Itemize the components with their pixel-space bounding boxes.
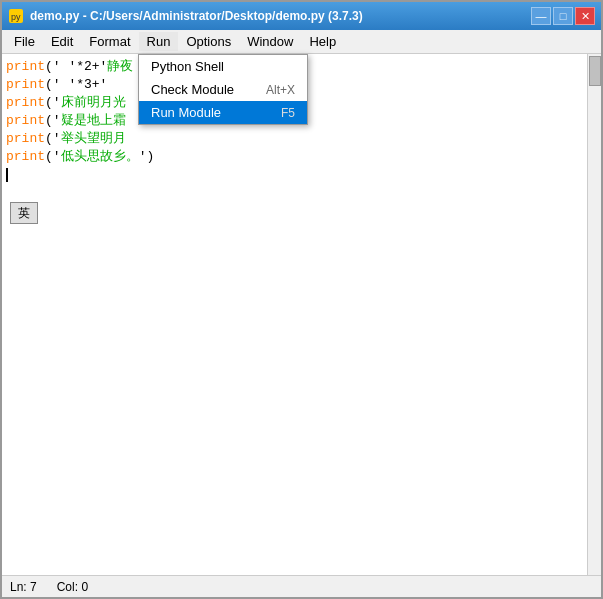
check-module-shortcut: Alt+X: [266, 83, 295, 97]
menu-edit[interactable]: Edit: [43, 32, 81, 51]
editor-area[interactable]: print(' '*2+'静夜 print(' '*3+' print('床前明…: [2, 54, 601, 575]
run-module-label: Run Module: [151, 105, 221, 120]
status-line: Ln: 7: [10, 580, 37, 594]
maximize-button[interactable]: □: [553, 7, 573, 25]
scrollbar-thumb[interactable]: [589, 56, 601, 86]
menu-run[interactable]: Run: [139, 32, 179, 51]
title-buttons: — □ ✕: [531, 7, 595, 25]
ime-label: 英: [18, 205, 30, 222]
code-line-6: print('低头思故乡。'): [6, 148, 597, 166]
app-icon: py: [8, 8, 24, 24]
dropdown-check-module[interactable]: Check Module Alt+X: [139, 78, 307, 101]
code-line-5: print('举头望明月: [6, 130, 597, 148]
menu-format[interactable]: Format: [81, 32, 138, 51]
status-col: Col: 0: [57, 580, 88, 594]
code-line-7: [6, 166, 597, 184]
menu-window[interactable]: Window: [239, 32, 301, 51]
vertical-scrollbar[interactable]: [587, 54, 601, 575]
menu-help[interactable]: Help: [301, 32, 344, 51]
check-module-label: Check Module: [151, 82, 234, 97]
dropdown-python-shell[interactable]: Python Shell: [139, 55, 307, 78]
run-dropdown: Python Shell Check Module Alt+X Run Modu…: [138, 54, 308, 125]
title-bar-left: py demo.py - C:/Users/Administrator/Desk…: [8, 8, 363, 24]
menu-file[interactable]: File: [6, 32, 43, 51]
main-window: py demo.py - C:/Users/Administrator/Desk…: [0, 0, 603, 599]
title-bar: py demo.py - C:/Users/Administrator/Desk…: [2, 2, 601, 30]
minimize-button[interactable]: —: [531, 7, 551, 25]
title-text: demo.py - C:/Users/Administrator/Desktop…: [30, 9, 363, 23]
close-button[interactable]: ✕: [575, 7, 595, 25]
ime-indicator: 英: [10, 202, 38, 224]
python-shell-label: Python Shell: [151, 59, 224, 74]
run-module-shortcut: F5: [281, 106, 295, 120]
svg-text:py: py: [11, 12, 21, 22]
menu-bar: File Edit Format Run Options Window Help…: [2, 30, 601, 54]
dropdown-run-module[interactable]: Run Module F5: [139, 101, 307, 124]
status-bar: Ln: 7 Col: 0: [2, 575, 601, 597]
menu-options[interactable]: Options: [178, 32, 239, 51]
